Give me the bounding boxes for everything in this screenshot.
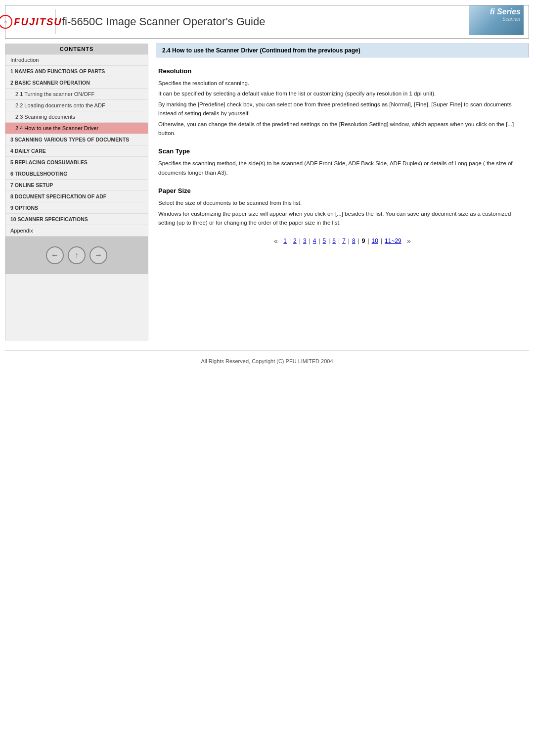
sidebar-item-4-daily[interactable]: 4 DAILY CARE bbox=[5, 145, 148, 157]
paper-size-para-1: Select the size of documents to be scann… bbox=[158, 198, 527, 207]
sidebar-item-2-2[interactable]: 2.2 Loading documents onto the ADF bbox=[5, 100, 148, 111]
main-container: CONTENTS Introduction 1 NAMES AND FUNCTI… bbox=[5, 44, 529, 340]
page-sep-1: | bbox=[289, 237, 291, 244]
page-sep-9: | bbox=[367, 237, 369, 244]
section-resolution: Resolution Specifies the resolution of s… bbox=[156, 67, 529, 138]
page-sep-pre bbox=[279, 237, 281, 244]
sidebar-header: CONTENTS bbox=[5, 44, 148, 54]
page-4[interactable]: 4 bbox=[312, 237, 317, 244]
resolution-para-2: It can be specified by selecting a defau… bbox=[158, 89, 527, 98]
resolution-para-1: Specifies the resolution of scanning. bbox=[158, 79, 527, 88]
sidebar-item-5-replacing[interactable]: 5 REPLACING CONSUMABLES bbox=[5, 157, 148, 168]
page-3[interactable]: 3 bbox=[302, 237, 308, 244]
section-scan-type-body: Specifies the scanning method, the side(… bbox=[158, 159, 527, 177]
section-resolution-body: Specifies the resolution of scanning. It… bbox=[158, 79, 527, 138]
sidebar-item-10-scanner[interactable]: 10 SCANNER SPECIFICATIONS bbox=[5, 214, 148, 225]
sidebar-item-2-1[interactable]: 2.1 Turning the scanner ON/OFF bbox=[5, 89, 148, 100]
page-sep-5: | bbox=[328, 237, 330, 244]
logo-text: FUJITSU bbox=[14, 16, 62, 28]
sidebar-item-3-scanning[interactable]: 3 SCANNING VARIOUS TYPES OF DOCUMENTS bbox=[5, 134, 148, 145]
sidebar-item-9-options[interactable]: 9 OPTIONS bbox=[5, 202, 148, 214]
page-8[interactable]: 8 bbox=[351, 237, 356, 244]
section-paper-size-body: Select the size of documents to be scann… bbox=[158, 198, 527, 227]
section-paper-size-title: Paper Size bbox=[158, 187, 527, 194]
fi-series-sub: Scanner bbox=[502, 16, 521, 22]
paper-size-para-2: Windows for customizing the paper size w… bbox=[158, 209, 527, 228]
resolution-para-3: By marking the [Predefine] check box, yo… bbox=[158, 100, 527, 118]
section-paper-size: Paper Size Select the size of documents … bbox=[156, 187, 529, 227]
fi-series-label: fi Series bbox=[490, 7, 521, 16]
section-scan-type: Scan Type Specifies the scanning method,… bbox=[156, 147, 529, 177]
content-area: 2.4 How to use the Scanner Driver (Conti… bbox=[148, 44, 529, 340]
sidebar: CONTENTS Introduction 1 NAMES AND FUNCTI… bbox=[5, 44, 148, 340]
page-7[interactable]: 7 bbox=[341, 237, 347, 244]
page-6[interactable]: 6 bbox=[331, 237, 337, 244]
page-title: fi-5650C Image Scanner Operator's Guide bbox=[62, 15, 523, 28]
pagination: « 1 | 2 | 3 | 4 | 5 | 6 | 7 | 8 | 9 | 10… bbox=[156, 237, 529, 245]
page-9[interactable]: 9 bbox=[361, 237, 366, 244]
sidebar-item-7-online[interactable]: 7 ONLINE SETUP bbox=[5, 180, 148, 191]
nav-buttons: ← ↑ → bbox=[5, 236, 148, 274]
page-sep-3: | bbox=[309, 237, 311, 244]
page-2[interactable]: 2 bbox=[292, 237, 298, 244]
page-sep-6: | bbox=[338, 237, 340, 244]
sidebar-item-appendix[interactable]: Appendix bbox=[5, 225, 148, 236]
resolution-para-4: Otherwise, you can change the details of… bbox=[158, 120, 527, 138]
footer-text: All Rights Reserved, Copyright (C) PFU L… bbox=[201, 358, 333, 364]
page-sep-4: | bbox=[318, 237, 320, 244]
page-sep-10: | bbox=[381, 237, 382, 244]
page-11-29[interactable]: 11~29 bbox=[384, 237, 402, 244]
sidebar-item-2-4[interactable]: 2.4 How to use the Scanner Driver bbox=[5, 123, 148, 134]
nav-up-button[interactable]: ↑ bbox=[68, 246, 86, 264]
page-header: ○ FUJITSU fi-5650C Image Scanner Operato… bbox=[5, 5, 529, 39]
page-5[interactable]: 5 bbox=[322, 237, 327, 244]
nav-forward-button[interactable]: → bbox=[89, 246, 107, 264]
scan-type-para-1: Specifies the scanning method, the side(… bbox=[158, 159, 527, 177]
fujitsu-logo: ○ FUJITSU bbox=[11, 9, 56, 34]
section-scan-type-title: Scan Type bbox=[158, 147, 527, 155]
content-header: 2.4 How to use the Scanner Driver (Conti… bbox=[156, 44, 529, 57]
page-1[interactable]: 1 bbox=[282, 237, 288, 244]
footer: All Rights Reserved, Copyright (C) PFU L… bbox=[5, 350, 529, 372]
page-10[interactable]: 10 bbox=[371, 237, 379, 244]
sidebar-item-2-3[interactable]: 2.3 Scanning documents bbox=[5, 111, 148, 123]
page-sep-7: | bbox=[348, 237, 350, 244]
sidebar-item-6-trouble[interactable]: 6 TROUBLESHOOTING bbox=[5, 168, 148, 180]
page-sep-2: | bbox=[299, 237, 301, 244]
pagination-next[interactable]: » bbox=[407, 237, 411, 245]
fi-series-badge: fi Series Scanner bbox=[469, 5, 524, 35]
sidebar-item-8-document[interactable]: 8 DOCUMENT SPECIFICATION OF ADF bbox=[5, 191, 148, 202]
sidebar-item-2-basic[interactable]: 2 BASIC SCANNER OPERATION bbox=[5, 77, 148, 89]
section-resolution-title: Resolution bbox=[158, 67, 527, 75]
page-sep-8: | bbox=[358, 237, 359, 244]
sidebar-item-introduction[interactable]: Introduction bbox=[5, 54, 148, 66]
pagination-prev[interactable]: « bbox=[274, 237, 278, 245]
page-sep-post bbox=[404, 237, 405, 244]
sidebar-item-1-names[interactable]: 1 NAMES AND FUNCTIONS OF PARTS bbox=[5, 66, 148, 77]
nav-back-button[interactable]: ← bbox=[46, 246, 64, 264]
logo-icon: ○ bbox=[0, 15, 12, 29]
